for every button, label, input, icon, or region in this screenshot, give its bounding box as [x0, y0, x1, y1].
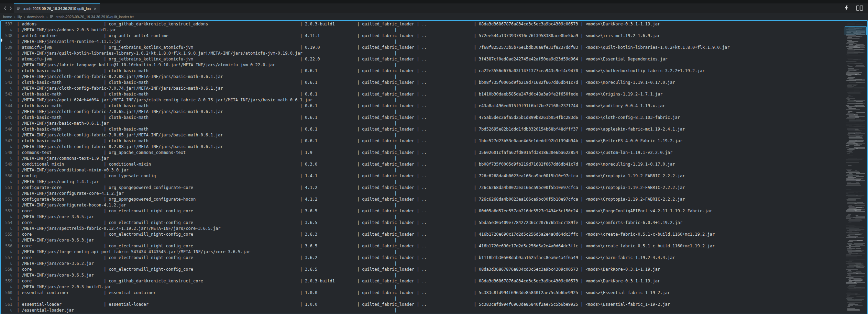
- breadcrumb-item-lily[interactable]: lily: [18, 15, 22, 19]
- line-text: | /META-INF/jars/fabric-language-kotlin@…: [12, 62, 397, 68]
- log-line: 558| core | com_electronwill_night-confi…: [1, 267, 843, 272]
- line-text: | /META-INF/jars/cloth-config-fabric-8.2…: [12, 144, 397, 150]
- log-line: 557| core | com_electronwill_night-confi…: [1, 255, 843, 261]
- line-text: | core | com_electronwill_night-config_c…: [12, 220, 682, 226]
- log-line: 556| core | com_electronwill_night-confi…: [1, 243, 843, 249]
- wrap-indicator: ↳: [1, 249, 12, 255]
- line-text: | |: [12, 296, 397, 302]
- line-text: | essential-container | essential-contai…: [12, 290, 670, 296]
- wrap-indicator: ↳: [1, 272, 12, 278]
- breadcrumb-item-file[interactable]: crash-2023-09-26_19.34.36.2910-quilt_loa…: [56, 15, 134, 19]
- minimap-slider[interactable]: [845, 26, 867, 35]
- line-text: | cloth-basic-math | cloth-basic-math | …: [12, 103, 665, 109]
- wrap-indicator: ↳: [1, 144, 12, 150]
- wrap-indicator: ↳: [1, 307, 12, 313]
- line-text: | cloth-basic-math | cloth-basic-math | …: [12, 138, 682, 144]
- log-line: 551| configurate-core | org_spongepowere…: [1, 185, 843, 191]
- log-line: 540| atomicfu-jvm | org_jetbrains_kotlin…: [1, 56, 843, 62]
- line-text: | core | com_electronwill_night-config_c…: [12, 267, 660, 272]
- line-text: | /META-INF/jars/antlr4-runtime-4.11.1.j…: [12, 39, 397, 45]
- lightning-icon: [844, 5, 848, 11]
- minimap[interactable]: [845, 21, 867, 312]
- line-text: | /essential-loader.jar |: [12, 307, 397, 313]
- log-line-continuation: ↳| /META-INF/jars/antlr4-runtime-4.11.1.…: [1, 39, 843, 45]
- line-text: | /META-INF/jars/spectrelib-fabric-0.12.…: [12, 226, 397, 232]
- log-line-continuation: ↳| /META-INF/jars/core-3.6.5.jar |: [1, 214, 843, 220]
- log-line: 542| cloth-basic-math | cloth-basic-math…: [1, 80, 843, 86]
- minimap-content: [845, 21, 866, 312]
- line-number: 548: [1, 150, 12, 156]
- line-number: 560: [1, 290, 12, 296]
- log-line: 537| addons | com_github_darkkronicle_ko…: [1, 21, 843, 27]
- line-text: | /META-INF/jars/core-3.6.5.jar |: [12, 272, 397, 278]
- wrap-indicator: ↳: [1, 86, 12, 91]
- line-text: | /META-INF/jars/configurate-core-4.1.2.…: [12, 191, 397, 197]
- line-text: | /META-INF/jars/core-3.6.5.jar |: [12, 214, 397, 220]
- line-text: | addons | com_github_darkkronicle_konst…: [12, 21, 660, 27]
- line-text: | /META-INF/jars/addons-2.0.3-build1.jar…: [12, 27, 397, 33]
- log-line-continuation: ↳| /META-INF/jars/config-1.4.1.jar |: [1, 179, 843, 185]
- line-text: | core | com_electronwill_night-config_c…: [12, 208, 712, 214]
- line-text: | /META-INF/jars/cloth-config-fabric-7.0…: [12, 132, 397, 138]
- log-line-continuation: ↳| /META-INF/jars/core-3.6.5.jar |: [1, 272, 843, 278]
- line-number: 550: [1, 173, 12, 179]
- wrap-indicator: ↳: [1, 167, 12, 173]
- chevron-left-icon: [4, 6, 7, 10]
- wrap-indicator: ↳: [1, 51, 12, 56]
- line-number: 555: [1, 232, 12, 237]
- wrap-indicator: ↳: [1, 237, 12, 243]
- breadcrumb-item-downloads[interactable]: downloads: [27, 15, 44, 19]
- wrap-indicator: ↳: [1, 202, 12, 208]
- line-number: 546: [1, 126, 12, 132]
- chevron-right-icon: [9, 6, 12, 10]
- wrap-indicator: ↳: [1, 156, 12, 161]
- log-line-continuation: ↳| /META-INF/jars/core-3.6.3.jar |: [1, 237, 843, 243]
- log-line-continuation: ↳| /META-INF/jars/conditional-mixin-v0.3…: [1, 167, 843, 173]
- window-title-strip: [0, 0, 868, 3]
- breadcrumb-item-home[interactable]: home: [3, 15, 12, 19]
- editor-actions: [844, 3, 868, 13]
- line-text: | /META-INF/jars/core-3.6.3.jar |: [12, 237, 397, 243]
- line-number: 558: [1, 267, 12, 272]
- wrap-indicator: ↳: [1, 179, 12, 185]
- tab-crash-log-file[interactable]: crash-2023-09-26_19.34.36.2910-quilt_loa…: [14, 3, 100, 13]
- log-line-continuation: ↳| /META-INF/jars/quilt-kotlin-libraries…: [1, 51, 843, 56]
- log-line-continuation: ↳| /META-INF/jars/cloth-config-fabric-8.…: [1, 144, 843, 150]
- line-text: | atomicfu-jvm | org_jetbrains_kotlinx_a…: [12, 56, 668, 62]
- nav-buttons: [0, 3, 14, 13]
- line-text: | /META-INF/jars/cloth-config-fabric-7.0…: [12, 86, 397, 91]
- wrap-indicator: ↳: [1, 226, 12, 232]
- log-line-continuation: ↳| /META-INF/jars/fabric-language-kotlin…: [1, 62, 843, 68]
- tab-close-icon[interactable]: ✕: [94, 7, 97, 11]
- line-number: 557: [1, 255, 12, 261]
- log-line: 550| config | com_typesafe_config | 1.4.…: [1, 173, 843, 179]
- line-number: 556: [1, 243, 12, 249]
- line-number: 551: [1, 185, 12, 191]
- line-text: | core | com_electronwill_night-config_c…: [12, 232, 715, 237]
- wrap-indicator: ↳: [1, 284, 12, 290]
- line-number: 537: [1, 21, 12, 27]
- line-text: | /META-INF/jars/quilt-kotlin-libraries-…: [12, 51, 397, 56]
- line-text: | atomicfu-jvm | org_jetbrains_kotlinx_a…: [12, 45, 729, 51]
- log-line-continuation: ↳| /META-INF/jars/cloth-config-fabric-7.…: [1, 109, 843, 115]
- log-line-continuation: ↳| |: [1, 296, 843, 302]
- line-number: 552: [1, 197, 12, 202]
- editor-viewport[interactable]: 537| addons | com_github_darkkronicle_ko…: [0, 20, 868, 314]
- line-text: | configurate-hocon | org_spongepowered_…: [12, 197, 685, 202]
- line-text: | cloth-basic-math | cloth-basic-math | …: [12, 80, 675, 86]
- history-forward-button[interactable]: [8, 5, 13, 11]
- quick-actions-button[interactable]: [844, 5, 848, 11]
- history-back-button[interactable]: [3, 5, 8, 11]
- wrap-indicator: ↳: [1, 109, 12, 115]
- log-line: 548| commons-text | org_apache_commons_c…: [1, 150, 843, 156]
- line-text: | /META-INF/jars/configurate-hocon-4.1.2…: [12, 202, 397, 208]
- log-line-continuation: ↳| /META-INF/jars/cloth-config-fabric-7.…: [1, 132, 843, 138]
- log-line: 538| antlr4-runtime | org_antlr_antlr4-r…: [1, 33, 843, 39]
- line-number: 544: [1, 103, 12, 109]
- log-line-continuation: ↳| /META-INF/jars/spectrelib-fabric-0.12…: [1, 226, 843, 232]
- split-editor-button[interactable]: [856, 5, 863, 11]
- log-line-continuation: ↳| /META-INF/jars/addons-2.0.3-build1.ja…: [1, 27, 843, 33]
- line-text: | /META-INF/jars/config-1.4.1.jar |: [12, 179, 397, 185]
- line-text: | cloth-basic-math | cloth-basic-math | …: [12, 115, 680, 121]
- line-text: | cloth-basic-math | cloth-basic-math | …: [12, 126, 685, 132]
